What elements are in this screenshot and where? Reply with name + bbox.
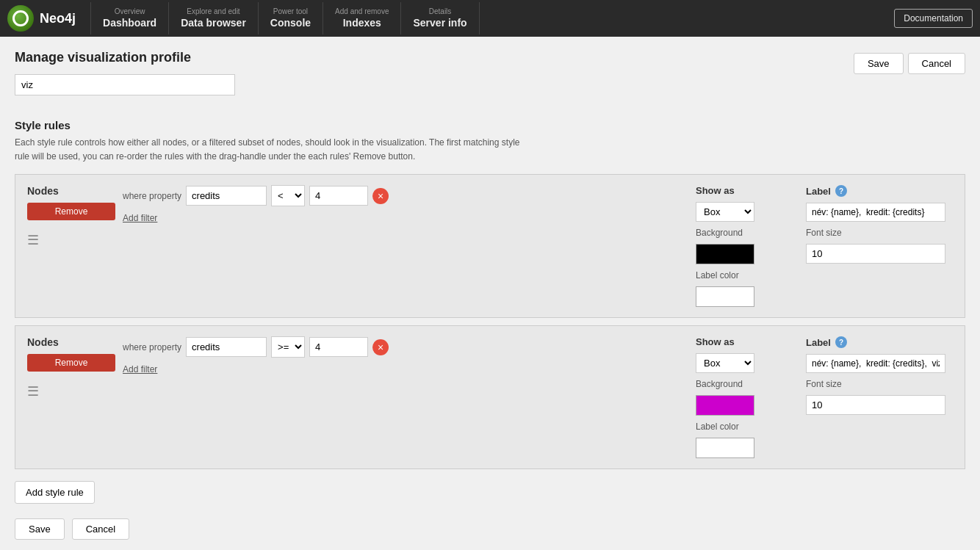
show-as-select-0[interactable]: Box Ellipse Diamond bbox=[696, 202, 754, 222]
nav-right: Documentation bbox=[894, 9, 973, 28]
label-input-1[interactable] bbox=[806, 354, 945, 373]
rule-type-0: Nodes bbox=[27, 185, 115, 197]
nav-dashboard[interactable]: Overview Dashboard bbox=[90, 2, 169, 34]
label-color-label-0: Label color bbox=[696, 270, 799, 281]
page-title: Manage visualization profile bbox=[15, 50, 235, 65]
filter-value-input-1[interactable] bbox=[309, 337, 368, 357]
drag-handle-1[interactable]: ☰ bbox=[27, 383, 115, 399]
rule-left-1: Nodes Remove ☰ bbox=[27, 336, 115, 399]
drag-handle-0[interactable]: ☰ bbox=[27, 232, 115, 248]
header-actions: Save Cancel bbox=[854, 53, 965, 74]
filter-label-0: where property bbox=[123, 191, 181, 201]
add-filter-row-1: Add filter bbox=[123, 363, 688, 374]
main-content: Manage visualization profile Save Cancel… bbox=[0, 37, 980, 550]
rule-card-1: Nodes Remove ☰ where property < <= = >= … bbox=[15, 325, 965, 469]
add-filter-button-1[interactable]: Add filter bbox=[123, 364, 157, 374]
operator-select-0[interactable]: < <= = >= > != bbox=[271, 185, 305, 206]
footer-cancel-button[interactable]: Cancel bbox=[72, 518, 129, 540]
bg-color-swatch-1[interactable] bbox=[696, 395, 754, 416]
add-filter-row-0: Add filter bbox=[123, 212, 688, 223]
documentation-button[interactable]: Documentation bbox=[894, 9, 973, 28]
help-icon-1[interactable]: ? bbox=[835, 336, 847, 348]
show-as-select-1[interactable]: Box Ellipse Diamond bbox=[696, 353, 754, 373]
label-area-1: Label ? Font size bbox=[806, 336, 953, 415]
brand-name: Neo4j bbox=[40, 11, 76, 26]
label-color-label-1: Label color bbox=[696, 421, 799, 432]
logo: Neo4j bbox=[7, 5, 76, 32]
show-as-area-0: Show as Box Ellipse Diamond Background L… bbox=[696, 185, 799, 307]
header-save-button[interactable]: Save bbox=[854, 53, 904, 74]
label-area-0: Label ? Font size bbox=[806, 185, 953, 264]
nav-console[interactable]: Power tool Console bbox=[259, 2, 323, 34]
bg-label-0: Background bbox=[696, 228, 799, 238]
font-size-label-0: Font size bbox=[806, 228, 953, 238]
bg-label-1: Background bbox=[696, 379, 799, 389]
filter-area-1: where property < <= = >= > != × Add filt… bbox=[123, 336, 688, 374]
top-left: Manage visualization profile bbox=[15, 50, 235, 107]
rule-type-1: Nodes bbox=[27, 336, 115, 348]
add-style-rule-button[interactable]: Add style rule bbox=[15, 481, 95, 504]
font-size-label-1: Font size bbox=[806, 379, 953, 389]
remove-filter-button-0[interactable]: × bbox=[372, 188, 389, 204]
filter-row-1: where property < <= = >= > != × bbox=[123, 336, 688, 358]
label-heading-0: Label ? bbox=[806, 185, 953, 197]
font-size-input-1[interactable] bbox=[806, 395, 945, 415]
filter-label-1: where property bbox=[123, 342, 181, 352]
footer-actions: Save Cancel bbox=[15, 518, 965, 540]
logo-icon bbox=[7, 5, 34, 32]
property-input-0[interactable] bbox=[186, 186, 267, 206]
property-input-1[interactable] bbox=[186, 337, 267, 357]
add-filter-button-0[interactable]: Add filter bbox=[123, 213, 157, 223]
nav-indexes[interactable]: Add and remove Indexes bbox=[323, 2, 401, 34]
footer-save-button[interactable]: Save bbox=[15, 518, 65, 540]
top-bar: Manage visualization profile Save Cancel bbox=[15, 50, 965, 107]
profile-name-input[interactable] bbox=[15, 74, 235, 95]
show-as-area-1: Show as Box Ellipse Diamond Background L… bbox=[696, 336, 799, 458]
filter-row-0: where property < <= = >= > != × bbox=[123, 185, 688, 206]
show-as-label-0: Show as bbox=[696, 185, 799, 196]
navbar: Neo4j Overview Dashboard Explore and edi… bbox=[0, 0, 980, 37]
nav-data-browser[interactable]: Explore and edit Data browser bbox=[169, 2, 259, 34]
nav-server-info[interactable]: Details Server info bbox=[401, 2, 479, 34]
style-rules-title: Style rules bbox=[15, 119, 965, 131]
label-color-swatch-0[interactable] bbox=[696, 286, 754, 307]
label-color-swatch-1[interactable] bbox=[696, 438, 754, 458]
nav-items: Overview Dashboard Explore and edit Data… bbox=[90, 2, 894, 34]
font-size-input-0[interactable] bbox=[806, 244, 945, 264]
bottom-actions: Add style rule bbox=[15, 481, 965, 504]
remove-filter-button-1[interactable]: × bbox=[372, 339, 389, 355]
remove-button-0[interactable]: Remove bbox=[27, 203, 115, 220]
style-rules-section: Style rules Each style rule controls how… bbox=[15, 119, 965, 540]
show-as-label-1: Show as bbox=[696, 336, 799, 347]
help-icon-0[interactable]: ? bbox=[835, 185, 847, 197]
remove-button-1[interactable]: Remove bbox=[27, 354, 115, 372]
style-rules-desc: Each style rule controls how either all … bbox=[15, 136, 965, 164]
label-heading-1: Label ? bbox=[806, 336, 953, 348]
filter-area-0: where property < <= = >= > != × Add filt… bbox=[123, 185, 688, 223]
filter-value-input-0[interactable] bbox=[309, 186, 368, 206]
label-input-0[interactable] bbox=[806, 203, 945, 222]
bg-color-swatch-0[interactable] bbox=[696, 244, 754, 264]
rule-left-0: Nodes Remove ☰ bbox=[27, 185, 115, 248]
operator-select-1[interactable]: < <= = >= > != bbox=[271, 336, 305, 358]
rule-card-0: Nodes Remove ☰ where property < <= = >= … bbox=[15, 174, 965, 318]
header-cancel-button[interactable]: Cancel bbox=[908, 53, 965, 74]
